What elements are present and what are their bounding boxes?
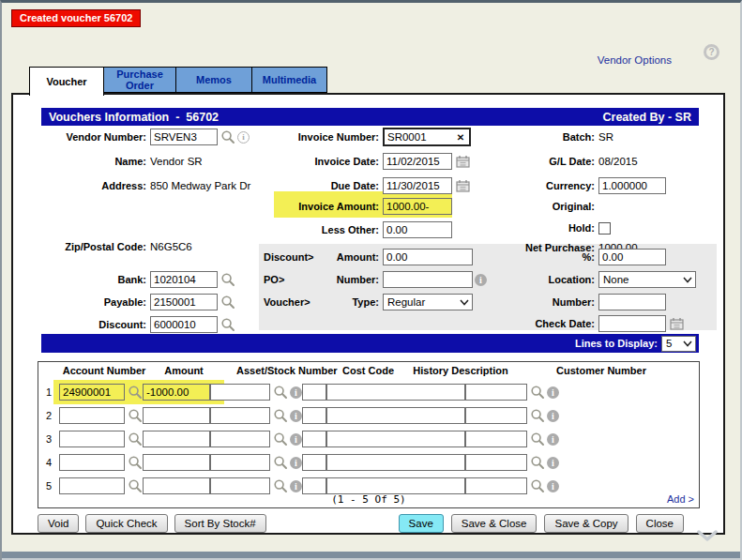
- search-icon[interactable]: [128, 431, 143, 446]
- scroll-down-icon[interactable]: [697, 529, 718, 546]
- payable-input[interactable]: [150, 294, 218, 310]
- search-icon[interactable]: [220, 129, 235, 144]
- history-description-input[interactable]: [326, 431, 465, 447]
- account-number-input[interactable]: [59, 454, 125, 471]
- search-icon[interactable]: [273, 408, 288, 423]
- search-icon[interactable]: [273, 385, 288, 400]
- due-date-input[interactable]: [383, 177, 452, 194]
- search-icon[interactable]: [530, 408, 545, 423]
- customer-number-input[interactable]: [465, 431, 527, 447]
- info-icon[interactable]: i: [547, 457, 559, 469]
- quick-check-button[interactable]: Quick Check: [85, 514, 167, 533]
- asset-stock-input[interactable]: [210, 384, 270, 401]
- invoice-date-input[interactable]: [383, 153, 452, 170]
- cost-code-input[interactable]: [302, 384, 326, 401]
- save-and-copy-button[interactable]: Save & Copy: [544, 514, 628, 533]
- search-icon[interactable]: [128, 478, 143, 493]
- cost-code-input[interactable]: [302, 407, 326, 424]
- info-icon[interactable]: i: [475, 274, 487, 286]
- info-icon[interactable]: i: [547, 480, 559, 492]
- less-other-input[interactable]: [383, 221, 452, 238]
- search-icon[interactable]: [273, 478, 288, 493]
- sort-by-stock-button[interactable]: Sort By Stock#: [174, 514, 266, 533]
- info-icon[interactable]: i: [290, 410, 302, 422]
- save-button[interactable]: Save: [399, 514, 444, 533]
- lines-to-display-select[interactable]: 5: [661, 336, 696, 352]
- info-icon[interactable]: i: [290, 480, 302, 492]
- asset-stock-input[interactable]: [210, 454, 270, 471]
- search-icon[interactable]: [273, 455, 288, 470]
- search-icon[interactable]: [220, 272, 235, 287]
- void-button[interactable]: Void: [38, 514, 79, 533]
- invoice-amount-input[interactable]: [383, 198, 452, 215]
- tab-purchase-order[interactable]: Purchase Order: [103, 67, 176, 93]
- amount-input[interactable]: [143, 477, 210, 494]
- vendor-number-input[interactable]: [150, 129, 218, 145]
- amount-input[interactable]: [143, 384, 210, 401]
- help-icon[interactable]: ?: [704, 44, 719, 60]
- info-icon[interactable]: i: [547, 433, 559, 446]
- hold-checkbox[interactable]: [598, 222, 611, 235]
- search-icon[interactable]: [128, 408, 143, 423]
- po-number-input[interactable]: [383, 271, 473, 288]
- history-description-input[interactable]: [326, 454, 465, 471]
- customer-number-input[interactable]: [465, 407, 527, 424]
- calendar-icon[interactable]: [456, 179, 470, 192]
- check-date-input[interactable]: [598, 315, 666, 332]
- discount-account-input[interactable]: [150, 316, 218, 333]
- calendar-icon[interactable]: [456, 155, 470, 168]
- cost-code-input[interactable]: [302, 454, 326, 471]
- history-description-input[interactable]: [326, 477, 465, 494]
- calendar-icon[interactable]: [670, 317, 684, 330]
- cost-code-input[interactable]: [302, 477, 326, 494]
- customer-number-input[interactable]: [465, 384, 527, 401]
- close-button[interactable]: Close: [636, 514, 684, 533]
- info-icon[interactable]: i: [237, 131, 250, 144]
- tab-multimedia[interactable]: Multimedia: [251, 67, 327, 93]
- invoice-number-input[interactable]: [385, 130, 452, 144]
- info-icon[interactable]: i: [290, 457, 302, 469]
- account-number-input[interactable]: [59, 431, 125, 447]
- search-icon[interactable]: [530, 385, 545, 400]
- search-icon[interactable]: [128, 385, 143, 400]
- voucher-number-input[interactable]: [598, 294, 666, 310]
- amount-input[interactable]: [143, 407, 210, 424]
- location-select[interactable]: None: [598, 271, 696, 288]
- tab-voucher[interactable]: Voucher: [29, 67, 104, 96]
- amount-input[interactable]: [143, 454, 210, 471]
- currency-input[interactable]: [598, 177, 666, 194]
- info-icon[interactable]: i: [547, 386, 559, 399]
- amount-input[interactable]: [143, 431, 210, 447]
- account-number-input[interactable]: [59, 477, 125, 494]
- search-icon[interactable]: [128, 455, 143, 470]
- vendor-options-link[interactable]: Vendor Options: [598, 54, 672, 66]
- clear-icon[interactable]: ✕: [452, 132, 469, 143]
- asset-stock-input[interactable]: [210, 477, 270, 494]
- asset-stock-input[interactable]: [210, 407, 270, 424]
- account-number-input[interactable]: [59, 407, 125, 424]
- tab-memos[interactable]: Memos: [175, 67, 252, 93]
- search-icon[interactable]: [530, 431, 545, 446]
- customer-number-input[interactable]: [465, 477, 527, 494]
- info-icon[interactable]: i: [290, 433, 302, 446]
- search-icon[interactable]: [220, 295, 235, 310]
- column-header-amount: Amount: [150, 365, 218, 378]
- search-icon[interactable]: [530, 455, 545, 470]
- account-number-input[interactable]: [59, 384, 125, 401]
- info-icon[interactable]: i: [547, 410, 559, 422]
- bank-input[interactable]: [150, 271, 218, 288]
- search-icon[interactable]: [530, 478, 545, 493]
- info-icon[interactable]: i: [290, 386, 302, 399]
- history-description-input[interactable]: [326, 384, 465, 401]
- history-description-input[interactable]: [326, 407, 465, 424]
- asset-stock-input[interactable]: [210, 431, 270, 447]
- discount-amount-input[interactable]: [383, 249, 473, 265]
- search-icon[interactable]: [220, 317, 235, 332]
- add-line-link[interactable]: Add >: [667, 493, 694, 505]
- save-and-close-button[interactable]: Save & Close: [451, 514, 538, 533]
- search-icon[interactable]: [273, 431, 288, 446]
- cost-code-input[interactable]: [302, 431, 326, 447]
- discount-percent-input[interactable]: [598, 249, 666, 265]
- voucher-type-select[interactable]: Regular: [383, 294, 473, 310]
- customer-number-input[interactable]: [465, 454, 527, 471]
